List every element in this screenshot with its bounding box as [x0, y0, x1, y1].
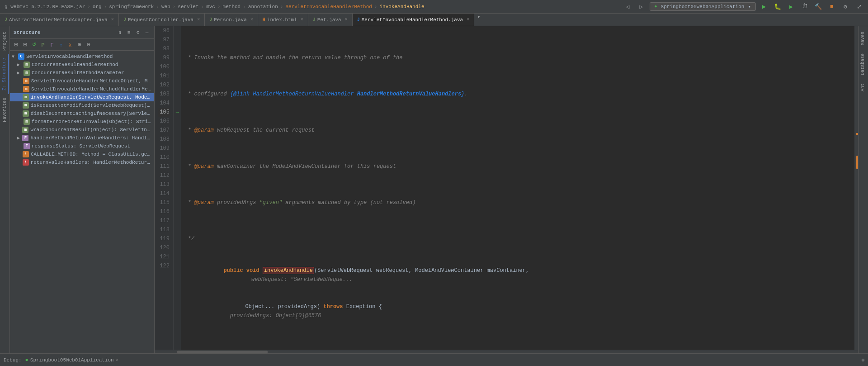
nav-pkg-mvc[interactable]: mvc — [206, 4, 215, 10]
back-icon[interactable]: ◁ — [623, 2, 632, 11]
nav-pkg-annotation[interactable]: annotation — [248, 4, 278, 10]
debug-session-item[interactable]: ● Springboot05Web01Application × — [25, 357, 119, 363]
right-tab-maven[interactable]: Maven — [859, 28, 868, 49]
tab-close-html[interactable]: × — [301, 17, 303, 22]
tab-more-arrow[interactable]: ▾ — [474, 14, 483, 26]
tree-icon-3: m — [23, 86, 29, 92]
left-tab-project[interactable]: Project — [1, 28, 9, 54]
tab-pet[interactable]: J Pet.java × — [308, 14, 353, 26]
tab-close-rc[interactable]: × — [197, 17, 200, 22]
tab-request-controller[interactable]: J RequestController.java × — [119, 14, 205, 26]
collapse-tree-btn[interactable]: ⊖ — [84, 41, 92, 49]
tree-item-responsestatus[interactable]: F responseStatus: ServletWebRequest — [10, 142, 154, 150]
nav-pkg-servlet[interactable]: servlet — [178, 4, 198, 10]
editor-scrollbar-horizontal[interactable] — [155, 350, 858, 353]
tree-icon-12: ! — [23, 159, 29, 166]
nav-pkg-spring[interactable]: springframework — [109, 4, 154, 10]
tab-abstract-handler[interactable]: J AbstractHandlerMethodAdapter.java × — [0, 14, 119, 26]
tree-item-formaterror[interactable]: m formatErrorForReturnValue(Object): Str… — [10, 118, 154, 126]
stop-icon[interactable]: ■ — [827, 2, 836, 11]
coverage-icon[interactable]: ▶ — [787, 2, 796, 11]
nav-method[interactable]: invokeAndHandle — [379, 4, 424, 10]
debug-session-close[interactable]: × — [116, 357, 119, 363]
gutter-113 — [174, 180, 181, 189]
tree-item-concurrent-param[interactable]: ▶ m ConcurrentResultMethodParameter — [10, 69, 154, 77]
run-icon[interactable]: ▶ — [760, 2, 769, 11]
tree-icon-6: m — [23, 110, 29, 117]
public-filter-btn[interactable]: P — [39, 41, 47, 49]
code-line-98: * @param webRequest the current request — [184, 126, 851, 135]
build-icon[interactable]: 🔨 — [814, 2, 823, 11]
tree-item-root[interactable]: ▼ C ServletInvocableHandlerMethod — [10, 52, 154, 61]
gutter-110 — [174, 153, 181, 162]
debug-icon[interactable]: 🐛 — [773, 2, 782, 11]
gutter-117 — [174, 216, 181, 225]
code-98-text: * @param webRequest the current request — [184, 126, 315, 135]
tree-item-isrequestnotmodified[interactable]: m isRequestNotModified(ServletWebRequest… — [10, 101, 154, 109]
left-tab-structure[interactable]: Z: Structure — [0, 54, 9, 94]
tree-item-invoke-handle[interactable]: m invokeAndHandle(ServletWebRequest, Mod… — [10, 93, 154, 101]
tab-person[interactable]: J Person.java × — [205, 14, 258, 26]
sort-type-icon[interactable]: ≡ — [125, 29, 132, 36]
gutter-107 — [174, 126, 181, 135]
expand-all-btn[interactable]: ⊞ — [12, 41, 20, 49]
tab-label-pet: Pet.java — [317, 17, 341, 23]
tree-item-callable[interactable]: ! CALLABLE_METHOD: Method = ClassUtils.g… — [10, 150, 154, 158]
inherited-btn[interactable]: ↑ — [57, 41, 65, 49]
ln-122: 122 — [158, 261, 170, 271]
ln-121: 121 — [158, 252, 170, 261]
tab-close-abstract[interactable]: × — [111, 17, 114, 22]
nav-pkg-org[interactable]: org — [93, 4, 102, 10]
editor-scrollbar-thumb — [177, 351, 268, 353]
tab-servlet-handler[interactable]: J ServletInvocableHandlerMethod.java × — [353, 14, 474, 26]
nav-pkg-method[interactable]: method — [223, 4, 241, 10]
hide-panel-icon[interactable]: — — [143, 29, 151, 36]
tab-label-abstract: AbstractHandlerMethodAdapter.java — [9, 17, 108, 23]
code-lines[interactable]: * Invoke the method and handle the retur… — [181, 26, 854, 350]
tab-icon-abstract: J — [5, 17, 7, 22]
profile-icon[interactable]: ⏱ — [800, 2, 809, 11]
right-tab-database[interactable]: Database — [859, 50, 868, 79]
gutter-105[interactable]: → — [174, 108, 181, 117]
tree-expand-12 — [17, 160, 22, 165]
left-tab-favorites[interactable]: Favorites — [1, 94, 9, 126]
forward-icon[interactable]: ▷ — [637, 2, 646, 11]
ln-113: 113 — [158, 180, 170, 189]
tree-item-handlermethodreturn[interactable]: ▶ F handlerMethodReturnValueHandlers: Ha… — [10, 134, 154, 142]
expand-tree-btn[interactable]: ⊕ — [75, 41, 83, 49]
tab-close-servlet[interactable]: × — [467, 17, 469, 22]
tab-index-html[interactable]: H index.html × — [258, 14, 308, 26]
tab-close-person[interactable]: × — [250, 17, 253, 22]
settings-icon[interactable]: ⚙ — [841, 2, 850, 11]
sort-alpha-icon[interactable]: ⇅ — [116, 29, 123, 36]
tree-item-disablecontent[interactable]: m disableContentCachingIfNecessary(Servl… — [10, 109, 154, 118]
anon-filter-btn[interactable]: λ — [66, 41, 74, 49]
tree-item-constructor2[interactable]: m ServletInvocableHandlerMethod(HandlerM… — [10, 85, 154, 93]
scroll-error-mark — [856, 133, 858, 135]
debug-gear-icon[interactable]: ⚙ — [861, 357, 864, 363]
nav-jar[interactable]: g-webmvc-5.2.12.RELEASE.jar — [5, 4, 85, 10]
right-tab-ant[interactable]: Ant — [859, 80, 868, 95]
settings-gear-icon[interactable]: ⚙ — [134, 29, 142, 36]
tab-close-pet[interactable]: × — [345, 17, 348, 22]
gutter-96 — [174, 26, 181, 35]
code-container[interactable]: 96 97 98 99 100 101 102 103 104 105 106 … — [155, 26, 858, 350]
tree-item-returnvalue-handlers[interactable]: ! returnValueHandlers: HandlerMethodRetu… — [10, 158, 154, 166]
run-config-selector[interactable]: ● Springboot05Web01Application ▾ — [650, 2, 756, 11]
collapse-all-btn[interactable]: ⊟ — [21, 41, 29, 49]
ln-111: 111 — [158, 162, 170, 171]
maximize-icon[interactable]: ⤢ — [854, 2, 863, 11]
fields-filter-btn[interactable]: F — [48, 41, 56, 49]
tree-item-concurrent-result[interactable]: ▶ m ConcurrentResultHandlerMethod — [10, 61, 154, 69]
debug-bar: Debug: ● Springboot05Web01Application × … — [0, 353, 868, 366]
nav-class[interactable]: ServletInvocableHandlerMethod — [285, 4, 372, 10]
tree-label-7: formatErrorForReturnValue(Object): Strin… — [32, 119, 152, 124]
tree-item-constructor1[interactable]: m ServletInvocableHandlerMethod(Object, … — [10, 77, 154, 85]
tree-item-wrapconcurrent[interactable]: m wrapConcurrentResult(Object): ServletI… — [10, 126, 154, 134]
tree-label-9: handlerMethodReturnValueHandlers: Handle… — [30, 135, 152, 141]
tab-label-html: index.html — [267, 17, 297, 23]
nav-pkg-web[interactable]: web — [161, 4, 170, 10]
ln-105: 105 — [158, 108, 170, 117]
ln-98: 98 — [158, 44, 170, 53]
navigate-btn[interactable]: ↺ — [30, 41, 38, 49]
